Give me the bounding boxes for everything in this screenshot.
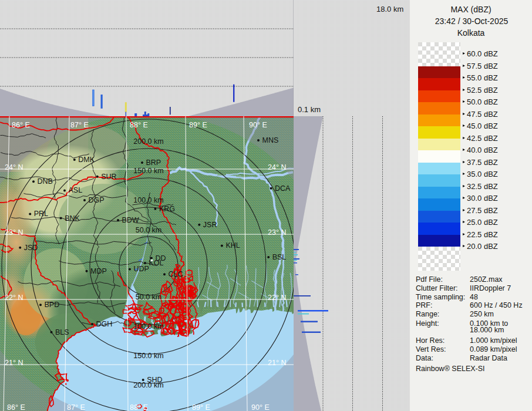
svg-text:150.0 km: 150.0 km — [133, 167, 163, 175]
svg-text:88° E: 88° E — [130, 403, 148, 411]
svg-text:BSL: BSL — [272, 253, 287, 261]
svg-text:89° E: 89° E — [192, 403, 210, 411]
svg-text:PRL: PRL — [34, 210, 48, 218]
svg-text:87° E: 87° E — [67, 403, 85, 411]
svg-text:24° N: 24° N — [5, 163, 23, 171]
svg-text:23° N: 23° N — [268, 228, 286, 237]
svg-text:200.0 km: 200.0 km — [133, 137, 163, 146]
svg-text:CLC: CLC — [169, 270, 183, 278]
svg-text:DGH: DGH — [96, 320, 113, 328]
svg-text:JSD: JSD — [24, 244, 38, 252]
svg-text:22° N: 22° N — [5, 294, 23, 302]
svg-text:BDW: BDW — [122, 216, 139, 224]
svg-text:86° E: 86° E — [7, 403, 25, 411]
svg-text:SHD: SHD — [147, 376, 162, 384]
svg-text:BPD: BPD — [45, 301, 60, 309]
svg-text:150.0 km: 150.0 km — [133, 352, 163, 360]
svg-text:KRG: KRG — [159, 205, 175, 213]
svg-text:23° N: 23° N — [5, 228, 23, 237]
svg-text:UDP: UDP — [134, 265, 149, 273]
svg-text:MNS: MNS — [262, 136, 279, 144]
svg-text:SUR: SUR — [101, 173, 116, 181]
svg-text:21° N: 21° N — [268, 359, 286, 367]
svg-text:22° N: 22° N — [268, 294, 286, 302]
svg-text:24° N: 24° N — [268, 163, 286, 171]
svg-text:MDP: MDP — [90, 267, 107, 275]
svg-text:86° E: 86° E — [12, 121, 30, 129]
svg-text:87° E: 87° E — [70, 121, 89, 129]
svg-text:21° N: 21° N — [5, 359, 23, 367]
svg-text:DNB: DNB — [38, 177, 53, 186]
svg-text:100.0 km: 100.0 km — [133, 322, 163, 331]
svg-text:89° E: 89° E — [189, 121, 207, 129]
svg-text:JSR: JSR — [203, 221, 217, 229]
svg-text:50.0 km: 50.0 km — [136, 293, 161, 301]
svg-text:100.0 km: 100.0 km — [133, 196, 163, 204]
svg-text:88° E: 88° E — [130, 121, 148, 129]
svg-text:BNK: BNK — [65, 214, 80, 223]
svg-text:ASL: ASL — [69, 186, 83, 194]
svg-text:90° E: 90° E — [251, 403, 270, 411]
svg-text:KHL: KHL — [225, 241, 240, 250]
svg-text:BRP: BRP — [146, 159, 161, 167]
svg-text:DCA: DCA — [275, 184, 291, 193]
svg-text:90° E: 90° E — [249, 121, 267, 129]
svg-text:DMK: DMK — [78, 156, 95, 164]
svg-text:DGP: DGP — [89, 196, 105, 204]
svg-text:BLS: BLS — [55, 328, 69, 336]
svg-text:50.0 km: 50.0 km — [136, 226, 161, 234]
